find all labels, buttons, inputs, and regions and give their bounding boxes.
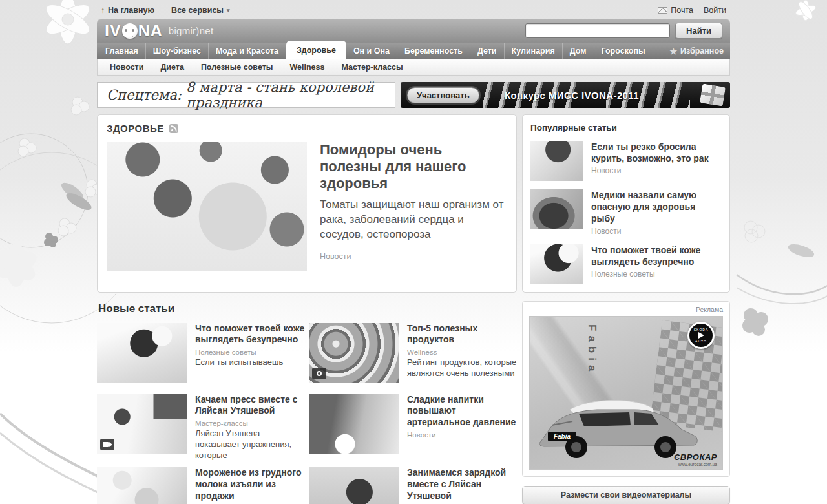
article-title[interactable]: Что поможет твоей коже выглядеть безупре… — [195, 323, 305, 346]
article-thumbnail[interactable] — [97, 394, 187, 454]
gift-icon — [700, 83, 726, 106]
up-arrow-icon: ↑ — [101, 6, 105, 15]
featured-article-excerpt: Томаты защищают наш организм от рака, за… — [320, 198, 507, 242]
featured-article-photo[interactable] — [107, 142, 307, 271]
article-list-item[interactable]: Топ-5 полезных продуктов Wellness Рейтин… — [309, 323, 517, 388]
spec-theme-prefix: Спецтема: — [107, 87, 182, 103]
tab-zdorovye-active[interactable]: Здоровье — [286, 41, 346, 59]
spec-theme-link[interactable]: Спецтема: 8 марта - стань королевой праз… — [97, 82, 395, 108]
article-category[interactable]: Wellness — [407, 348, 517, 356]
tab-goroskopy[interactable]: Гороскопы — [594, 43, 653, 59]
favorites-label: Избранное — [680, 47, 724, 56]
skoda-logo-badge: ŠKODA AUTO — [687, 322, 715, 349]
subnav-novosti[interactable]: Новости — [101, 63, 152, 72]
popular-article-category[interactable]: Полезные советы — [591, 269, 722, 278]
all-services-label: Все сервисы — [171, 6, 224, 15]
popular-article-item[interactable]: Если ты резко бросила курить, возможно, … — [530, 141, 722, 181]
featured-article-title[interactable]: Помидоры очень полезны для нашего здоров… — [320, 142, 507, 192]
article-thumbnail[interactable] — [309, 394, 399, 454]
tab-kulinariya[interactable]: Кулинария — [505, 43, 563, 59]
featured-article-category[interactable]: Новости — [320, 252, 507, 261]
skoda-arrow-icon — [698, 332, 704, 339]
subnav-wellness[interactable]: Wellness — [281, 63, 333, 72]
subnav-dieta[interactable]: Диета — [152, 63, 192, 72]
all-services-menu[interactable]: Все сервисы ▾ — [171, 6, 229, 15]
tab-shou-biznes[interactable]: Шоу-бизнес — [146, 43, 209, 59]
badge-brand-bottom: AUTO — [695, 339, 707, 343]
article-snippet: Ляйсан Утяшева показывает упражнения, ко… — [195, 428, 305, 461]
search-input[interactable] — [525, 23, 670, 38]
logo-face-icon — [122, 23, 138, 39]
contest-banner[interactable]: Участвовать Конкурс МИСС IVONA-2011 — [401, 82, 730, 108]
article-title[interactable]: Занимаемся зарядкой вместе с Ляйсан Утяш… — [407, 467, 517, 502]
search-button[interactable]: Найти — [675, 23, 722, 39]
article-title[interactable]: Мороженое из грудного молока изъяли из п… — [195, 467, 305, 502]
tab-deti[interactable]: Дети — [470, 43, 505, 59]
tab-beremennost[interactable]: Беременность — [397, 43, 470, 59]
article-title[interactable]: Топ-5 полезных продуктов — [407, 323, 517, 346]
main-navigation: Главная Шоу-бизнес Мода и Красота Здоров… — [97, 43, 730, 59]
home-link[interactable]: ↑ На главную — [101, 6, 154, 15]
spec-theme-row: Спецтема: 8 марта - стань королевой праз… — [97, 82, 730, 108]
upload-video-button[interactable]: Размести свои видеоматериалы — [522, 486, 730, 504]
popular-article-title[interactable]: Если ты резко бросила курить, возможно, … — [591, 141, 722, 164]
ad-label: Реклама — [529, 306, 723, 313]
popular-article-item[interactable]: Что поможет твоей коже выглядеть безупре… — [530, 244, 722, 284]
popular-article-thumbnail[interactable] — [530, 244, 583, 284]
tab-on-i-ona[interactable]: Он и Она — [346, 43, 397, 59]
popular-article-thumbnail[interactable] — [530, 189, 583, 229]
article-list-item[interactable]: Сладкие напитки повышают артериальное да… — [309, 394, 517, 461]
article-category[interactable]: Мастер-классы — [195, 419, 305, 427]
article-list-item[interactable]: Что поможет твоей коже выглядеть безупре… — [97, 323, 305, 388]
dealer-name: ЄВРОКАР — [674, 452, 717, 462]
article-thumbnail[interactable] — [97, 323, 187, 383]
tab-dom[interactable]: Дом — [563, 43, 594, 59]
site-logo[interactable]: IV NA bigmir)net — [105, 21, 213, 40]
mail-link[interactable]: Почта — [658, 6, 693, 15]
article-list-item[interactable]: Мороженое из грудного молока изъяли из п… — [97, 467, 305, 504]
dealer-url: www.eurocar.com.ua — [674, 462, 717, 467]
article-thumbnail[interactable] — [309, 467, 399, 504]
popular-articles-card: Популярные статьи Если ты резко бросила … — [522, 114, 730, 293]
right-column: Реклама Fabia ŠKODA AUTO — [522, 301, 730, 504]
article-title[interactable]: Качаем пресс вместе с Ляйсан Утяшевой — [195, 394, 305, 417]
popular-article-title[interactable]: Медики назвали самую опасную для здоровь… — [591, 189, 722, 225]
site-header: IV NA bigmir)net Найти — [97, 19, 730, 43]
main-content-row: ЗДОРОВЬЕ Помидоры очень полезны для наше… — [97, 114, 730, 293]
logo-suffix: bigmir)net — [169, 25, 214, 36]
subnav-master-klassy[interactable]: Мастер-классы — [333, 63, 411, 72]
contest-participate-button[interactable]: Участвовать — [407, 87, 479, 103]
article-category[interactable]: Полезные советы — [195, 348, 305, 356]
article-list-item[interactable]: Качаем пресс вместе с Ляйсан Утяшевой Ма… — [97, 394, 305, 461]
dealer-logo: ЄВРОКАР www.eurocar.com.ua — [674, 452, 717, 467]
mail-link-label: Почта — [671, 6, 693, 15]
video-icon — [100, 439, 114, 450]
article-thumbnail[interactable] — [309, 323, 399, 383]
popular-article-category[interactable]: Новости — [591, 166, 722, 175]
popular-article-category[interactable]: Новости — [591, 227, 722, 236]
login-link-label: Войти — [704, 6, 726, 15]
popular-article-thumbnail[interactable] — [530, 141, 583, 181]
popular-article-title[interactable]: Что поможет твоей коже выглядеть безупре… — [591, 244, 722, 268]
tab-moda-i-krasota[interactable]: Мода и Красота — [209, 43, 286, 59]
car-ad-banner[interactable]: Fabia ŠKODA AUTO — [529, 316, 723, 470]
health-section-card: ЗДОРОВЬЕ Помидоры очень полезны для наше… — [97, 114, 517, 293]
mail-icon — [658, 7, 667, 14]
rss-icon[interactable] — [169, 124, 178, 133]
article-thumbnail[interactable] — [97, 467, 187, 504]
favorites-link[interactable]: ★ Избранное — [664, 43, 729, 59]
search-bar: Найти — [525, 23, 722, 39]
new-articles-heading: Новые статьи — [98, 302, 517, 315]
tab-glavnaya[interactable]: Главная — [98, 43, 146, 59]
article-category[interactable]: Новости — [407, 431, 517, 439]
sub-navigation: Новости Диета Полезные советы Wellness М… — [97, 59, 730, 76]
article-list-item[interactable]: Занимаемся зарядкой вместе с Ляйсан Утяш… — [309, 467, 517, 504]
article-snippet: Рейтинг продуктов, которые являются очен… — [407, 357, 517, 379]
article-title[interactable]: Сладкие напитки повышают артериальное да… — [407, 394, 517, 429]
subnav-poleznye-sovety[interactable]: Полезные советы — [193, 63, 282, 72]
star-icon: ★ — [669, 47, 677, 56]
advertisement-card: Реклама Fabia ŠKODA AUTO — [522, 301, 730, 477]
login-link[interactable]: Войти — [704, 6, 726, 15]
spec-theme-title: 8 марта - стань королевой праздника — [186, 79, 386, 110]
popular-article-item[interactable]: Медики назвали самую опасную для здоровь… — [530, 189, 722, 236]
